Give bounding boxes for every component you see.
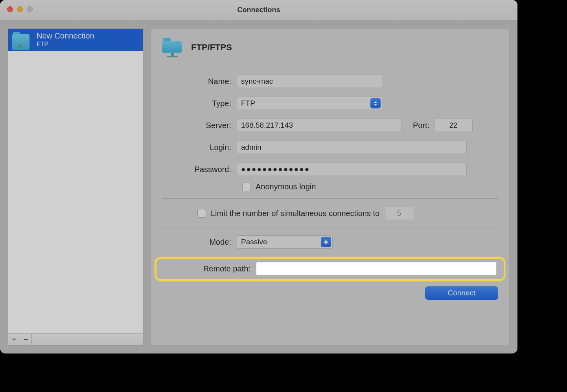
maximize-icon[interactable] <box>27 6 33 12</box>
remove-connection-button[interactable]: − <box>20 334 32 345</box>
add-connection-button[interactable]: + <box>8 334 20 345</box>
password-label: Password: <box>162 165 237 174</box>
remote-path-input[interactable] <box>256 262 497 275</box>
sidebar: New Connection FTP + − <box>8 28 144 346</box>
type-select-value[interactable] <box>237 97 382 110</box>
name-label: Name: <box>162 77 237 86</box>
sidebar-toolbar: + − <box>8 334 144 346</box>
titlebar: Connections <box>0 0 517 20</box>
connect-button[interactable]: Connect <box>425 286 498 300</box>
chevron-updown-icon[interactable] <box>370 98 381 108</box>
server-input[interactable] <box>237 119 402 132</box>
name-input[interactable] <box>237 75 382 88</box>
panel-header: FTP/FTPS <box>162 38 498 65</box>
limit-connections-checkbox[interactable] <box>197 209 206 218</box>
server-label: Server: <box>162 121 237 130</box>
remote-path-highlight: Remote path: <box>155 257 505 281</box>
limit-connections-input <box>384 207 414 220</box>
port-input[interactable] <box>434 119 473 132</box>
login-input[interactable] <box>237 141 467 154</box>
chevron-updown-icon[interactable] <box>321 237 331 247</box>
mode-select[interactable] <box>237 235 333 249</box>
close-icon[interactable] <box>7 6 13 12</box>
divider <box>162 227 498 227</box>
network-folder-icon <box>12 32 31 48</box>
panel-title: FTP/FTPS <box>191 42 232 53</box>
remote-path-label: Remote path: <box>164 264 256 273</box>
type-select[interactable] <box>237 97 382 110</box>
traffic-lights <box>7 6 33 12</box>
anonymous-login-checkbox[interactable] <box>242 183 251 191</box>
connections-window: Connections New Connection FTP + − <box>0 0 517 354</box>
sidebar-item-protocol: FTP <box>37 40 94 48</box>
connection-details-panel: FTP/FTPS Name: Type: Server: <box>151 28 510 346</box>
window-title: Connections <box>237 6 280 14</box>
mode-select-value[interactable] <box>237 235 333 249</box>
connection-form: Name: Type: Server: Port: <box>162 65 498 300</box>
limit-connections-label: Limit the number of simultaneous connect… <box>211 209 379 218</box>
minimize-icon[interactable] <box>17 6 23 12</box>
divider <box>162 198 498 199</box>
mode-label: Mode: <box>162 238 237 247</box>
anonymous-login-label: Anonymous login <box>256 182 316 191</box>
sidebar-item-name: New Connection <box>37 31 94 40</box>
connections-list[interactable]: New Connection FTP <box>8 28 144 334</box>
type-label: Type: <box>162 99 237 108</box>
login-label: Login: <box>162 143 237 152</box>
port-label: Port: <box>413 121 429 130</box>
password-input[interactable] <box>237 163 467 176</box>
sidebar-item-new-connection[interactable]: New Connection FTP <box>8 29 143 51</box>
network-folder-icon <box>162 38 182 57</box>
